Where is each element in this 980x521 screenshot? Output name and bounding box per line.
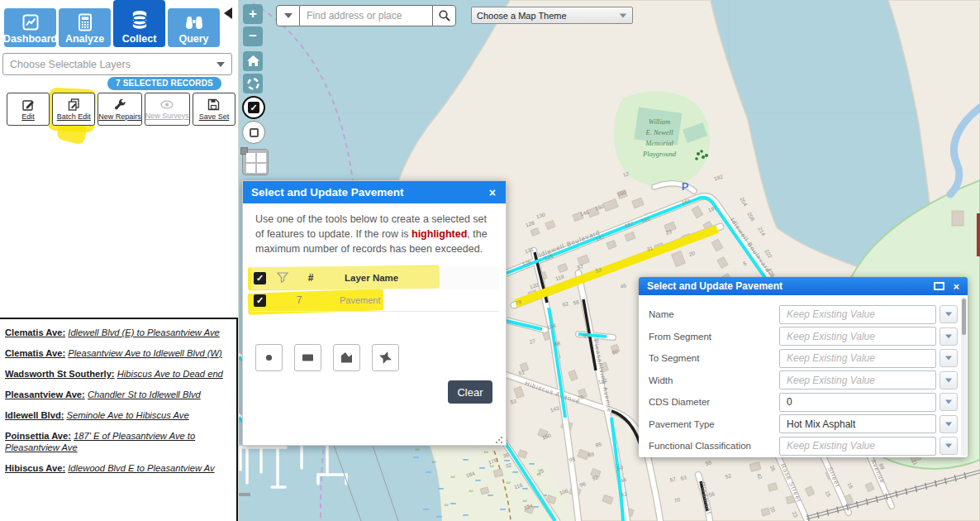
action-label: Batch Edit [57,112,91,121]
locate-button[interactable] [243,74,263,93]
street-link[interactable]: Pleasantview Ave: Chandler St to Idlewel… [5,389,231,400]
svg-text:ω: ω [445,502,449,507]
chevron-down-icon [284,13,293,18]
dropdown-button[interactable] [940,437,958,455]
street-link[interactable]: Clematis Ave: Idlewell Blvd (E) to Pleas… [5,327,231,338]
street-link[interactable]: Idlewell Blvd: Seminole Ave to Hibiscus … [5,409,231,421]
layer-name: Pavement [340,295,381,305]
edit-button[interactable]: Edit [7,93,50,126]
binoculars-icon [184,13,204,31]
selection-tools [255,344,399,371]
rectangle-icon [301,351,315,365]
panel-scrollbar[interactable] [961,297,967,456]
field-label: Pavement Type [649,419,779,429]
field-row-cds-diameter: CDS Diameter 0 [649,391,968,413]
field-row-to-segment: To Segment Keep Existing Value [649,347,968,370]
home-icon [247,55,259,67]
tab-analyze[interactable]: Analyze [59,8,111,47]
search-icon [438,9,451,22]
dialog-header[interactable]: Select and Update Pavement × [243,181,506,203]
tab-query[interactable]: Query [168,8,220,47]
batch-edit-button[interactable]: Batch Edit [52,93,95,126]
search-source-dropdown[interactable] [276,5,300,26]
row-checkbox[interactable]: ✓ [254,294,266,307]
dropdown-button[interactable] [940,393,958,411]
new-surveys-button[interactable]: New Surveys [145,93,190,126]
chevron-down-icon [620,13,627,17]
field-label: Width [649,375,779,385]
home-button[interactable] [243,51,263,71]
selectable-layers-dropdown[interactable]: Choose Selectable Layers [2,53,232,75]
panel-body: Name Keep Existing Value From Segment Ke… [639,295,968,457]
street-link[interactable]: Hibiscus Ave: Idlewood Blvd E to Pleasan… [5,462,231,474]
point-select-tool[interactable] [255,344,283,371]
street-link[interactable]: Wadsworth St Southerly: Hibiscus Ave to … [5,368,231,380]
sidebar: Dashboard Analyze [0,0,239,521]
name-field[interactable]: Keep Existing Value [779,305,936,324]
functional-classification-field[interactable]: Keep Existing Value [779,437,936,456]
dropdown-button[interactable] [940,371,958,390]
street-link[interactable]: Clematis Ave: Pleasantview Ave to Idlewe… [5,347,231,359]
scrollbar-thumb[interactable] [962,299,966,335]
rectangle-mode-button[interactable] [242,121,265,144]
maximize-icon[interactable] [934,282,944,290]
select-all-checkbox[interactable]: ✓ [254,272,266,284]
search-input[interactable] [300,5,432,26]
tab-label: Collect [122,33,157,45]
dialog-instructions: Use one of the tools below to create a s… [255,212,497,256]
new-repairs-button[interactable]: New Repairs [98,93,142,126]
polygon-select-tool[interactable] [333,344,360,371]
rectangle-select-tool[interactable] [294,344,321,371]
record-count: 7 [288,294,310,306]
layer-column-header: Layer Name [345,273,398,283]
dropdown-button[interactable] [940,305,958,323]
resize-handle[interactable] [495,436,503,444]
map-theme-select[interactable]: Choose a Map Theme [471,7,633,24]
svg-text:ω: ω [507,480,511,485]
basemap-button[interactable] [242,149,269,175]
dashboard-chart-icon [21,13,40,31]
street-extent: Idlewood Blvd E to Pleasantview Av [68,463,214,473]
collapse-sidebar-arrow[interactable] [224,7,232,19]
street-extent: Idlewell Blvd (E) to Pleasantview Ave [68,327,219,337]
dropdown-button[interactable] [940,415,958,433]
svg-text:E. Newell: E. Newell [645,128,673,136]
layer-table: ✓ # Layer Name ✓ 7 Pavement [251,266,499,312]
pavement-type-field[interactable]: Hot Mix Asphalt [779,414,936,433]
dropdown-button[interactable] [940,327,958,346]
calculator-icon [76,13,94,31]
polygon-icon [340,351,354,365]
close-icon[interactable]: × [953,280,959,293]
zoom-in-button[interactable]: + [243,4,263,24]
clear-button[interactable]: Clear [448,380,492,404]
select-mode-button[interactable]: ✓ [242,96,265,119]
svg-text:ω: ω [451,474,455,479]
dropdown-button[interactable] [940,349,958,367]
width-field[interactable]: Keep Existing Value [779,370,936,390]
filter-icon[interactable] [277,272,288,284]
field-label: Functional Classification [649,441,779,451]
chevron-down-icon [216,62,225,67]
street-segment-list: Clematis Ave: Idlewell Blvd (E) to Pleas… [0,318,238,521]
tab-dashboard[interactable]: Dashboard [4,8,56,47]
layer-table-row[interactable]: ✓ 7 Pavement [251,289,499,312]
street-extent: Seminole Ave to Hibiscus Ave [67,410,189,420]
layer-table-header: ✓ # Layer Name [251,266,499,289]
zoom-out-button[interactable]: − [243,26,263,46]
cds-diameter-field[interactable]: 0 [779,393,936,412]
from-segment-field[interactable]: Keep Existing Value [779,327,936,346]
search-button[interactable] [432,5,456,26]
save-set-button[interactable]: Save Set [193,93,235,126]
close-icon[interactable]: × [488,186,497,199]
freehand-select-tool[interactable] [372,344,399,371]
street-name: Wadsworth St Southerly: [5,369,115,379]
tab-collect[interactable]: Collect [113,0,165,47]
street-link[interactable]: Poinsettia Ave: 187' E of Pleasantview A… [5,430,231,453]
eye-icon [160,99,174,110]
panel-header[interactable]: Select and Update Pavement × [639,277,968,295]
database-icon [130,10,150,31]
checkbox-icon: ✓ [248,102,259,113]
freehand-star-icon [378,351,392,365]
chevron-down-icon [945,313,952,317]
to-segment-field[interactable]: Keep Existing Value [779,349,936,368]
